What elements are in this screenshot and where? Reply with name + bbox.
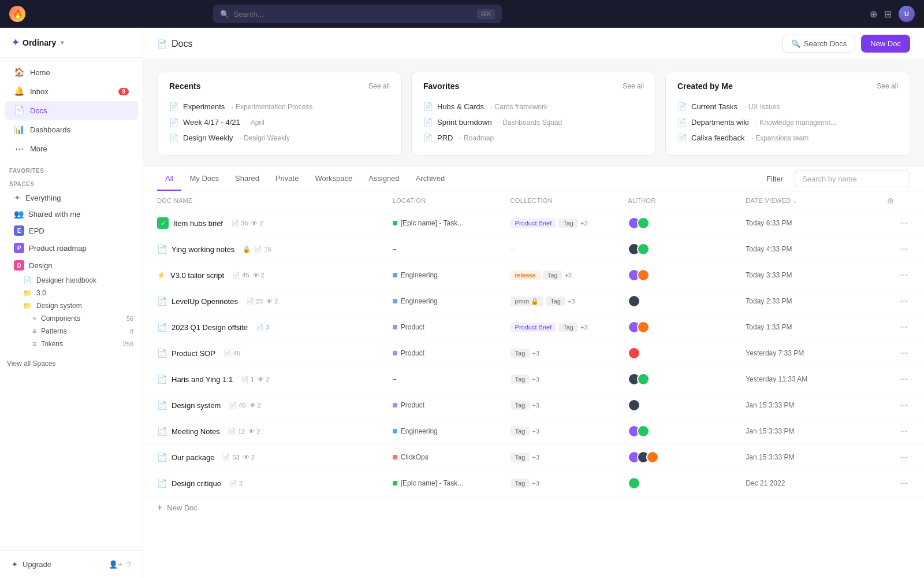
tree-item-30[interactable]: 📁 3.0 (0, 287, 143, 299)
tree-item-designer-handbook[interactable]: 📄 Designer handbook (0, 274, 143, 287)
doc-name-3[interactable]: V3.0 tailor script (170, 271, 224, 280)
avatar-2-2 (637, 243, 650, 255)
pages-icon-5: 📄 3 (256, 324, 269, 331)
add-icon[interactable]: ⊕ (870, 9, 877, 20)
row-more-button-10[interactable]: ··· (898, 450, 910, 465)
workspace-switcher[interactable]: ✦ Ordinary ▾ (7, 32, 136, 53)
sidebar-item-inbox[interactable]: 🔔 Inbox 9 (5, 82, 138, 101)
location-dot-3 (393, 273, 397, 277)
search-input[interactable] (234, 10, 473, 18)
doc-name-9[interactable]: Meeting Notes (172, 427, 220, 436)
sidebar-space-design[interactable]: D Design (5, 257, 138, 273)
doc-name-6[interactable]: Product SOP (172, 349, 215, 358)
workspace-name: Ordinary (23, 38, 56, 47)
sidebar-space-epd[interactable]: E EPD (5, 223, 138, 239)
tab-workspace[interactable]: Workspace (307, 167, 360, 191)
favorites-see-all[interactable]: See all (623, 82, 644, 90)
row-more-button-1[interactable]: ··· (898, 216, 910, 231)
search-by-name-input[interactable] (795, 171, 910, 187)
sidebar-space-product[interactable]: P Product roadmap (5, 240, 138, 256)
tab-archived[interactable]: Archived (408, 167, 453, 191)
tree-item-tokens[interactable]: ≡ Tokens 256 (0, 338, 143, 350)
new-doc-row[interactable]: + New Doc (143, 497, 924, 518)
created-item-3[interactable]: 📄 Calixa feedback · Expansions team (677, 130, 898, 146)
favorites-card: Favorites See all 📄 Hubs & Cards · Cards… (411, 72, 656, 155)
recents-see-all[interactable]: See all (368, 82, 390, 90)
created-item-2[interactable]: 📄 Departments wiki · Knowledge managemn.… (677, 114, 898, 130)
tab-private[interactable]: Private (267, 167, 307, 191)
tab-my-docs[interactable]: My Docs (181, 167, 227, 191)
th-date-viewed[interactable]: Date viewed ↓ (746, 196, 887, 205)
filter-button[interactable]: Filter (761, 171, 789, 187)
avatar-stack-3 (628, 269, 650, 281)
tabs-bar: All My Docs Shared Private Workspace Ass… (143, 167, 924, 191)
upgrade-button[interactable]: ✦ Upgrade 👤+ ? (5, 555, 138, 573)
recent-item-1[interactable]: 📄 Experiments · Experimentation Process (169, 99, 390, 114)
row-more-button-11[interactable]: ··· (898, 476, 910, 491)
doc-meta-4: 📄 23 👁 2 (246, 298, 278, 305)
user-avatar[interactable]: U (899, 6, 915, 22)
doc-name-11[interactable]: Design critique (172, 479, 221, 488)
sidebar-item-dashboards[interactable]: 📊 Dashboards (5, 120, 138, 139)
doc-name-2[interactable]: Ying working notes (172, 245, 234, 254)
search-docs-button[interactable]: 🔍 Search Docs (783, 35, 855, 53)
row-more-button-2[interactable]: ··· (898, 242, 910, 257)
doc-name-1[interactable]: Item hubs brief (173, 219, 223, 228)
add-member-icon[interactable]: 👤+ (109, 560, 122, 569)
doc-name-10[interactable]: Our package (172, 453, 214, 462)
30-name: 3.0 (36, 289, 46, 297)
tag-release-3: release (511, 271, 541, 280)
sidebar-item-home[interactable]: 🏠 Home (5, 63, 138, 81)
grid-icon[interactable]: ⊞ (884, 9, 892, 20)
author-cell-8 (628, 399, 746, 412)
th-location: Location (393, 196, 511, 205)
doc-name-5[interactable]: 2023 Q1 Design offsite (172, 323, 248, 332)
recent-item-2[interactable]: 📄 Week 4/17 - 4/21 · April (169, 114, 390, 130)
tab-assigned[interactable]: Assigned (360, 167, 407, 191)
row-more-button-6[interactable]: ··· (898, 346, 910, 361)
tree-item-patterns[interactable]: ≡ Patterns 8 (0, 325, 143, 338)
row-more-button-8[interactable]: ··· (898, 398, 910, 413)
recents-header: Recents See all (169, 81, 390, 91)
view-all-spaces[interactable]: View all Spaces (0, 355, 143, 372)
tree-item-design-system[interactable]: 📁 Design system (0, 299, 143, 312)
author-cell-11 (628, 477, 746, 490)
row-more-button-5[interactable]: ··· (898, 320, 910, 335)
sidebar-item-more[interactable]: ⋯ More (5, 139, 138, 158)
created-item-1[interactable]: 📄 Current Tasks · UX Issues (677, 99, 898, 114)
fav-item-3[interactable]: 📄 PRD · Roadmap (423, 130, 644, 146)
row-more-button-4[interactable]: ··· (898, 294, 910, 309)
location-cell-6: Product (393, 349, 511, 357)
new-doc-button[interactable]: New Doc (861, 35, 910, 53)
help-icon[interactable]: ? (127, 560, 131, 569)
recent-item-3[interactable]: 📄 Design Weekly · Design Weekly (169, 130, 390, 146)
author-cell-10 (628, 451, 746, 464)
fav-item-1[interactable]: 📄 Hubs & Cards · Cards framework (423, 99, 644, 114)
doc-meta-10: 📄 53 👁 2 (222, 454, 254, 461)
sidebar-item-everything[interactable]: ✦ Everything (5, 190, 138, 205)
row-more-button-3[interactable]: ··· (898, 268, 910, 283)
doc-meta-3: 📄 45 👁 2 (232, 272, 264, 279)
doc-name-4[interactable]: LevelUp Opennotes (172, 297, 238, 306)
tag-tag-1: Tag (558, 218, 578, 228)
fav-item-2[interactable]: 📄 Sprint burndown · Dashboards Squad (423, 114, 644, 130)
doc-name-8[interactable]: Design system (172, 401, 221, 410)
sidebar-item-shared[interactable]: 👥 Shared with me (5, 206, 138, 221)
location-dot-1 (393, 221, 397, 225)
tab-shared[interactable]: Shared (227, 167, 267, 191)
list-icon-components: ≡ (32, 314, 36, 323)
add-col-icon[interactable]: ⊕ (887, 196, 894, 205)
search-icon: 🔍 (220, 10, 229, 18)
global-search[interactable]: 🔍 ⌘K (213, 5, 502, 23)
sidebar-item-docs[interactable]: 📄 Docs ··· (5, 101, 138, 120)
doc-name-7[interactable]: Haris and Ying 1:1 (172, 375, 233, 384)
doc-name-cell-8: 📄 Design system 📄 45 👁 2 (157, 401, 393, 410)
row-more-button-7[interactable]: ··· (898, 372, 910, 387)
date-cell-6: Yesterday 7:33 PM (746, 349, 887, 357)
row-more-button-9[interactable]: ··· (898, 424, 910, 439)
tab-all[interactable]: All (157, 167, 181, 191)
tag-tag-5: Tag (558, 323, 578, 332)
created-see-all[interactable]: See all (877, 82, 898, 90)
location-text-4: Engineering (401, 297, 438, 305)
tree-item-components[interactable]: ≡ Components 56 (0, 312, 143, 325)
